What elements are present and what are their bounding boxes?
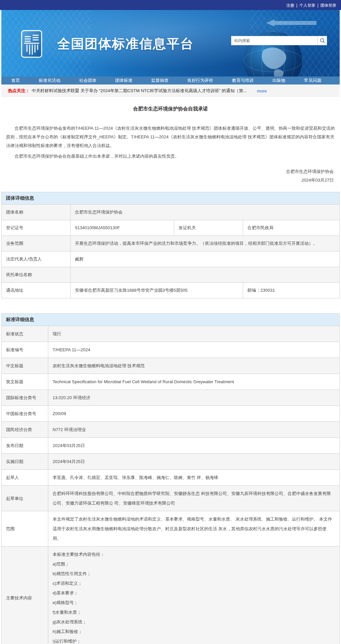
nav-item[interactable]: 出版物 [272, 78, 285, 83]
table-row: 范围 本文件规定了农村生活灰水微生物燃料湿地的术语和定义、基本要求、规格型号、水… [2, 511, 340, 547]
table-row: 国际标准分类号 13.020.20 环境经济 [2, 390, 340, 406]
standard-field-label: 中国标准分类号 [2, 406, 48, 422]
standard-field-value: 2024年03月25日 [48, 438, 340, 454]
standard-field-value: 2024年04月25日 [48, 454, 340, 470]
table-row: 中国标准分类号 Z00/09 [2, 406, 340, 422]
table-row: 实施日期 2024年04月25日 [2, 454, 340, 470]
article: 合肥市生态环境保护协会自我承诺 合肥市生态环境保护协会发布的T/HEEPA 11… [1, 106, 340, 185]
nav-item[interactable]: 社会团体 [79, 78, 97, 83]
table-row: 团体名称 合肥市生态环境保护协会 [2, 205, 340, 220]
brand: 全国团体标准信息平台 [21, 30, 194, 58]
platform-logo [21, 30, 43, 58]
legal-representative-value: 臧辉 [71, 251, 340, 267]
table-row: 业务范围 开展生态环境保护活动，提高本市环保产业的活力和市场竞争力。（依法须经批… [2, 236, 340, 251]
nav-item[interactable]: 常见问题 [304, 78, 321, 83]
standard-field-value: 现行 [48, 326, 340, 342]
table-row: 主要技术内容 本标准主要技术内容包括： a)范围； b)规范性引用文件； c)术… [2, 547, 340, 644]
standard-field-value: 本标准主要技术内容包括： a)范围； b)规范性引用文件； c)术语和定义； d… [48, 547, 340, 644]
standard-field-label: 实施日期 [2, 454, 48, 470]
group-name-label: 团体名称 [2, 205, 71, 220]
standard-field-label: 国际标准分类号 [2, 390, 48, 406]
topbar-link[interactable]: 注册 [285, 3, 296, 8]
table-row: 登记证号 51340100MJA550130F 发证机关 合肥市民政局 [2, 220, 340, 236]
search-icon [319, 38, 325, 44]
nav-item[interactable]: 监督抽查 [151, 78, 169, 83]
issuing-authority-value: 合肥市民政局 [243, 220, 340, 236]
nav-item[interactable]: 首页 [11, 78, 20, 83]
standard-table-body: 标准状态 现行 标准编号 T/HEEPA 11—2024 中文标题 农村生活灰水… [2, 326, 340, 644]
main-nav: 首页标准化活动社会团体团体标准监督抽查良好行为评价教育与培训出版物常见问题 [1, 77, 340, 84]
hot-topics-label: 热点关注： [8, 88, 30, 94]
legal-representative-label: 法定代表人/负责人 [2, 251, 71, 267]
table-row: 依托单位名称 [2, 267, 340, 283]
postal-code-value: 邮编：230031 [243, 283, 340, 298]
table-row: 法定代表人/负责人 臧辉 [2, 251, 340, 267]
topbar-separator: | [296, 3, 298, 8]
supporting-unit-value [71, 267, 340, 283]
table-row: 英文标题 Technical Specification for Microbi… [2, 374, 340, 390]
arrow-decoration [266, 19, 316, 27]
page-title: 合肥市生态环境保护协会自我承诺 [6, 106, 335, 112]
nav-item[interactable]: 教育与培训 [232, 78, 254, 83]
registration-number-value: 51340100MJA550130F [71, 220, 174, 236]
standard-field-value: 李亚惠、孔令涛、孔德宏、孟亚琨、张东厚、陈海峰、施海仁、骆婉、黄竹 祥、杨海锋 [48, 470, 340, 486]
group-table-header-row: 团体详细信息 [2, 192, 340, 205]
nav-item[interactable]: 团体标准 [115, 78, 133, 83]
nav-item[interactable]: 标准化活动 [39, 78, 60, 83]
topbar-link[interactable]: 个人登录 [298, 3, 317, 8]
standard-info-table: 标准详细信息 标准状态 现行 标准编号 T/HEEPA 11—2024 中文标题… [1, 313, 340, 644]
standard-field-label: 英文标题 [2, 374, 48, 390]
standard-field-value: N772 环境治理业 [48, 422, 340, 438]
standard-field-value: T/HEEPA 11—2024 [48, 342, 340, 358]
standard-field-label: 主要技术内容 [2, 547, 48, 644]
topbar-separator: | [317, 3, 319, 8]
table-row: 起草单位 合肥科环环境科技股份有限公司、中科院合肥物质科学研究院、安徽静东生态 … [2, 486, 340, 511]
standard-field-label: 起草人 [2, 470, 48, 486]
standard-field-value: 农村生活灰水微生物燃料电池湿地处理 技术规范 [48, 358, 340, 374]
issuing-authority-label: 发证机关 [174, 220, 243, 236]
search-button[interactable] [317, 36, 327, 45]
table-row: 国民经济分类 N772 环境治理业 [2, 422, 340, 438]
standard-field-label: 国民经济分类 [2, 422, 48, 438]
table-row: 起草人 李亚惠、孔令涛、孔德宏、孟亚琨、张东厚、陈海峰、施海仁、骆婉、黄竹 祥、… [2, 470, 340, 486]
table-row: 通讯地址 安徽省合肥市高新区习友路1688号华安产业园3号楼5层505 邮编：2… [2, 283, 340, 298]
signature-date: 2024年03月27日 [6, 176, 335, 185]
commitment-paragraph-1: 合肥市生态环境保护协会发布的T/HEEPA 11—2024《农村生活灰水微生物燃… [6, 124, 335, 150]
hot-topic-link[interactable]: 中关村材料试验技术联盟 关于举办 “2024年第二期CSTM NTC科学试验方法… [32, 88, 247, 94]
group-name-value: 合肥市生态环境保护协会 [71, 205, 340, 220]
table-row: 标准状态 现行 [2, 326, 340, 342]
site-title: 全国团体标准信息平台 [57, 35, 194, 53]
registration-number-label: 登记证号 [2, 220, 71, 236]
supporting-unit-label: 依托单位名称 [2, 267, 71, 283]
standard-field-label: 发布日期 [2, 438, 48, 454]
search-input[interactable] [231, 36, 317, 45]
standard-field-value: Technical Specification for Microbial Fu… [48, 374, 340, 390]
standard-table-title: 标准详细信息 [2, 314, 340, 326]
table-row: 中文标题 农村生活灰水微生物燃料电池湿地处理 技术规范 [2, 358, 340, 374]
page-body: 全国团体标准信息平台 首页标准化活动社会团体团体标准监督抽查良好行为评价教育与培… [1, 10, 340, 644]
business-scope-label: 业务范围 [2, 236, 71, 251]
signature-name: 合肥市生态环境保护协会 [6, 167, 335, 176]
topbar: 注册|个人登录|团体登录 [0, 0, 341, 10]
table-row: 发布日期 2024年03月25日 [2, 438, 340, 454]
hot-topics-bar: 热点关注： 中关村材料试验技术联盟 关于举办 “2024年第二期CSTM NTC… [1, 84, 340, 97]
standard-field-value: 13.020.20 环境经济 [48, 390, 340, 406]
standard-field-value: Z00/09 [48, 406, 340, 422]
address-label: 通讯地址 [2, 283, 71, 298]
nav-item[interactable]: 良好行为评价 [187, 78, 213, 83]
standard-field-label: 起草单位 [2, 486, 48, 511]
table-row: 标准编号 T/HEEPA 11—2024 [2, 342, 340, 358]
search-bar [231, 36, 327, 45]
standard-table-header-row: 标准详细信息 [2, 314, 340, 326]
commitment-paragraph-2: 合肥市生态环境保护协会在自愿基础上作出本承诺，并对以上承诺内容的真实性负责。 [6, 152, 335, 161]
business-scope-value: 开展生态环境保护活动，提高本市环保产业的活力和市场竞争力。（依法须经批准的项目，… [71, 236, 340, 251]
more-link[interactable]: more [257, 88, 267, 93]
standard-field-label: 中文标题 [2, 358, 48, 374]
standard-field-label: 标准编号 [2, 342, 48, 358]
topbar-link[interactable]: 团体登录 [319, 3, 338, 8]
standard-field-label: 范围 [2, 511, 48, 547]
standard-field-value: 合肥科环环境科技股份有限公司、中科院合肥物质科学研究院、安徽静东生态 科技有限公… [48, 486, 340, 511]
address-value: 安徽省合肥市高新区习友路1688号华安产业园3号楼5层505 [71, 283, 243, 298]
header-banner: 全国团体标准信息平台 [1, 10, 340, 77]
standard-field-value: 本文件规定了农村生活灰水微生物燃料湿地的术语和定义、基本要求、规格型号、水量和水… [48, 511, 340, 547]
